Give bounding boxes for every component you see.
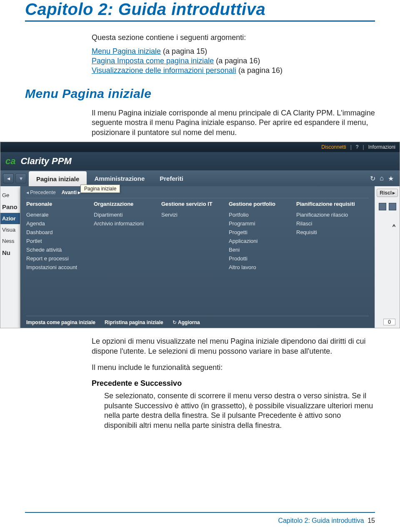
toc-list: Menu Pagina iniziale (a pagina 15) Pagin… [92, 47, 375, 75]
left-row: Visua [0, 224, 20, 235]
mega-item[interactable]: Dashboard [26, 228, 85, 237]
mega-col-head: Pianificazione requisiti [296, 201, 355, 207]
body-paragraph-2: Le opzioni di menu visualizzate nel menu… [92, 337, 375, 356]
separator: | [363, 144, 364, 150]
mega-item[interactable]: Impostazioni account [26, 263, 85, 272]
toc-link-menu-pagina-iniziale[interactable]: Menu Pagina iniziale [92, 47, 161, 55]
tool-icon[interactable] [379, 203, 386, 210]
mega-item[interactable]: Requisiti [296, 228, 355, 237]
footer-rule [25, 512, 375, 513]
toc-suffix: (a pagina 16) [214, 57, 260, 65]
mega-item[interactable]: Generale [26, 210, 85, 219]
mega-item[interactable]: Rilasci [296, 219, 355, 228]
mega-col-head: Organizzazione [94, 201, 152, 207]
mega-item[interactable]: Pianificazione rilascio [296, 210, 355, 219]
mega-prev-button[interactable]: Precedente [26, 190, 56, 195]
left-row: Pano [0, 201, 20, 213]
mega-col-head: Gestione servizio IT [161, 201, 220, 207]
mega-item[interactable]: Programmi [229, 219, 287, 228]
info-link[interactable]: Informazioni [368, 144, 395, 150]
mega-col-head: Gestione portfolio [229, 201, 287, 207]
scroll-up-icon[interactable]: ˄ [392, 224, 396, 235]
nav-back-button[interactable]: ◂ [3, 173, 14, 183]
help-link[interactable]: ? [356, 144, 359, 150]
mega-item[interactable]: Portfolio [229, 210, 287, 219]
intro-text: Questa sezione contiene i seguenti argom… [92, 33, 375, 42]
tab-favorites[interactable]: Preferiti [152, 170, 191, 186]
home-icon[interactable]: ⌂ [380, 175, 384, 182]
mega-col-gestione-servizio-it: Gestione servizio IT Servizi [161, 201, 220, 316]
mega-set-home-button[interactable]: Imposta come pagina iniziale [26, 320, 95, 325]
mega-item[interactable]: Beni [229, 245, 287, 254]
tooltip: Pagina iniziale [80, 185, 120, 193]
tab-home[interactable]: Pagina iniziale [29, 171, 87, 186]
toc-link-informazioni-personali[interactable]: Visualizzazione delle informazioni perso… [92, 66, 236, 75]
mega-item[interactable]: Report e processi [26, 254, 85, 263]
ca-logo-icon: ca [5, 156, 15, 167]
separator: | [350, 144, 352, 150]
brand-row: ca Clarity PPM [0, 152, 400, 170]
page-number: 15 [368, 517, 375, 524]
mega-item[interactable]: Prodotti [229, 254, 287, 263]
logout-link[interactable]: Disconnetti [321, 144, 346, 150]
section-title: Menu Pagina iniziale [25, 87, 375, 101]
footer-label: Capitolo 2: Guida introduttiva [278, 517, 364, 524]
app-screenshot: Disconnetti | ? | Informazioni ca Clarit… [0, 142, 400, 328]
sub-body: Se selezionato, consente di scorrere il … [104, 391, 375, 430]
page-footer: Capitolo 2: Guida introduttiva 15 [278, 517, 375, 525]
mega-menu: Precedente Avanti Personale Generale Age… [20, 186, 375, 328]
app-body: Ge Pano Azior Visua Ness Nu Precedente A… [0, 186, 400, 328]
chapter-title: Capitolo 2: Guida introduttiva [25, 0, 375, 22]
nav-forward-button[interactable]: ▾ [15, 173, 26, 183]
mega-item[interactable]: Progetti [229, 228, 287, 237]
toc-suffix: (a pagina 15) [161, 47, 207, 55]
mega-col-organizzazione: Organizzazione Dipartimenti Archivio inf… [94, 201, 152, 316]
mega-item[interactable]: Servizi [161, 210, 220, 219]
mega-item[interactable]: Agenda [26, 219, 85, 228]
mega-item[interactable]: Applicazioni [229, 237, 287, 245]
top-bar: Disconnetti | ? | Informazioni [0, 142, 400, 152]
left-row: Nu [0, 247, 20, 259]
count-badge: 0 [383, 319, 395, 325]
mega-reset-home-button[interactable]: Ripristina pagina iniziale [105, 320, 163, 325]
toc-link-imposta-pagina-iniziale[interactable]: Pagina Imposta come pagina iniziale [92, 57, 214, 65]
body-paragraph-1: Il menu Pagina iniziale corrisponde al m… [92, 108, 375, 137]
mega-item[interactable]: Portlet [26, 237, 85, 245]
chevron-right-icon: ▸ [392, 190, 395, 196]
mega-next-button[interactable]: Avanti [62, 190, 81, 195]
mega-col-personale: Personale Generale Agenda Dashboard Port… [26, 201, 85, 316]
mega-item[interactable]: Altro lavoro [229, 263, 287, 272]
mega-item[interactable]: Archivio informazioni [94, 219, 152, 228]
left-row: Azior [0, 213, 20, 224]
body-paragraph-3: Il menu include le funzionalità seguenti… [92, 363, 375, 372]
mega-item[interactable]: Dipartimenti [94, 210, 152, 219]
tab-admin[interactable]: Amministrazione [87, 170, 152, 186]
mega-col-head: Personale [26, 201, 85, 207]
tool-icon[interactable] [389, 203, 396, 210]
star-icon[interactable]: ★ [388, 175, 394, 182]
left-strip: Ge Pano Azior Visua Ness Nu [0, 186, 20, 328]
right-tab-label: Riscl [380, 190, 392, 196]
toc-suffix: (a pagina 16) [236, 66, 282, 75]
left-row: Ge [0, 190, 20, 201]
refresh-icon[interactable]: ↻ [370, 175, 375, 182]
mega-col-pianificazione-requisiti: Pianificazione requisiti Pianificazione … [296, 201, 355, 316]
nav-row: ◂ ▾ Pagina iniziale Amministrazione Pref… [0, 170, 400, 186]
product-name: Clarity PPM [20, 156, 71, 167]
left-row: Ness [0, 235, 20, 247]
mega-item[interactable]: Schede attività [26, 245, 85, 254]
right-strip: Riscl▸ ˄ 0 [375, 186, 400, 328]
right-tab[interactable]: Riscl▸ [377, 189, 398, 197]
sub-heading: Precedente e Successivo [92, 379, 375, 388]
mega-col-gestione-portfolio: Gestione portfolio Portfolio Programmi P… [229, 201, 287, 316]
mega-refresh-button[interactable]: Aggiorna [172, 320, 200, 325]
